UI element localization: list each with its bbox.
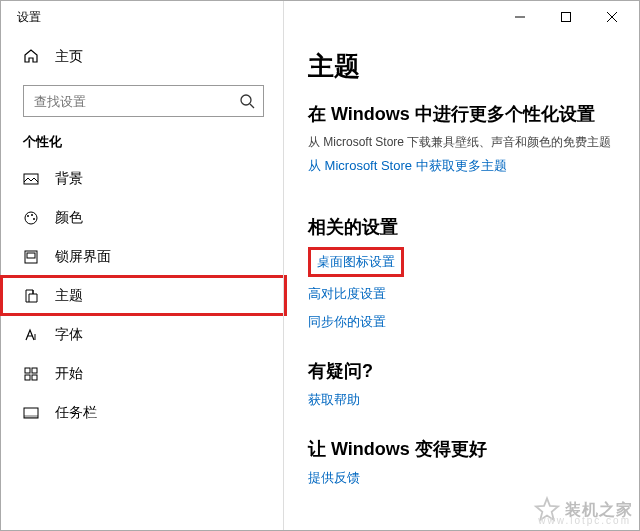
svg-point-4 (27, 215, 29, 217)
svg-rect-2 (24, 174, 38, 184)
page-title: 主题 (308, 49, 619, 84)
home-nav[interactable]: 主页 (1, 39, 286, 75)
maximize-icon (561, 12, 571, 22)
sidebar-item-label: 背景 (55, 170, 83, 188)
sidebar-item-label: 锁屏界面 (55, 248, 111, 266)
sidebar-item-fonts[interactable]: 字体 (1, 315, 286, 354)
sync-settings-link[interactable]: 同步你的设置 (308, 313, 619, 331)
better-heading: 让 Windows 变得更好 (308, 437, 619, 461)
category-header: 个性化 (1, 131, 286, 159)
start-icon (23, 366, 39, 382)
main-content: 主题 在 Windows 中进行更多个性化设置 从 Microsoft Stor… (286, 33, 639, 530)
related-section: 相关的设置 桌面图标设置 高对比度设置 同步你的设置 (308, 215, 619, 331)
desktop-icon-settings-link[interactable]: 桌面图标设置 (308, 247, 404, 277)
search-icon (239, 93, 255, 109)
svg-point-5 (31, 214, 33, 216)
search-box[interactable] (23, 85, 264, 117)
better-section: 让 Windows 变得更好 提供反馈 (308, 437, 619, 487)
svg-rect-0 (562, 13, 571, 22)
title-bar: 设置 (1, 1, 639, 33)
sidebar-item-themes[interactable]: 主题 (1, 276, 286, 315)
personalize-heading: 在 Windows 中进行更多个性化设置 (308, 102, 619, 126)
svg-rect-10 (32, 368, 37, 373)
svg-rect-11 (25, 375, 30, 380)
svg-rect-9 (25, 368, 30, 373)
sidebar-item-label: 开始 (55, 365, 83, 383)
home-icon (23, 48, 39, 67)
lock-screen-icon (23, 249, 39, 265)
personalize-section: 在 Windows 中进行更多个性化设置 从 Microsoft Store 下… (308, 102, 619, 175)
vertical-divider (283, 1, 284, 530)
sidebar-nav: 背景 颜色 锁屏界面 主题 字体 (1, 159, 286, 432)
svg-point-3 (25, 212, 37, 224)
sidebar-item-background[interactable]: 背景 (1, 159, 286, 198)
svg-point-6 (33, 218, 35, 220)
window-body: 主页 个性化 背景 颜色 锁屏 (1, 33, 639, 530)
font-icon (23, 327, 39, 343)
minimize-icon (515, 12, 525, 22)
sidebar-item-start[interactable]: 开始 (1, 354, 286, 393)
home-label: 主页 (55, 48, 83, 66)
high-contrast-link[interactable]: 高对比度设置 (308, 285, 619, 303)
watermark: 装机之家 www.lotpc.com (533, 496, 633, 524)
svg-rect-12 (32, 375, 37, 380)
sidebar-item-label: 字体 (55, 326, 83, 344)
sidebar-item-colors[interactable]: 颜色 (1, 198, 286, 237)
window-control-buttons (497, 1, 635, 33)
search-input[interactable] (34, 94, 239, 109)
give-feedback-link[interactable]: 提供反馈 (308, 469, 619, 487)
feedback-heading: 有疑问? (308, 359, 619, 383)
personalize-sub: 从 Microsoft Store 下载兼具壁纸、声音和颜色的免费主题 (308, 134, 619, 151)
close-icon (607, 12, 617, 22)
palette-icon (23, 210, 39, 226)
sidebar-item-taskbar[interactable]: 任务栏 (1, 393, 286, 432)
svg-point-1 (241, 95, 251, 105)
sidebar-item-label: 任务栏 (55, 404, 97, 422)
get-help-link[interactable]: 获取帮助 (308, 391, 619, 409)
svg-rect-14 (24, 415, 38, 418)
sidebar-item-label: 颜色 (55, 209, 83, 227)
settings-window: 设置 主页 (0, 0, 640, 531)
feedback-section: 有疑问? 获取帮助 (308, 359, 619, 409)
watermark-url: www.lotpc.com (538, 515, 631, 526)
maximize-button[interactable] (543, 1, 589, 33)
picture-icon (23, 171, 39, 187)
sidebar-item-label: 主题 (55, 287, 83, 305)
close-button[interactable] (589, 1, 635, 33)
svg-rect-8 (27, 253, 35, 258)
related-heading: 相关的设置 (308, 215, 619, 239)
search-container (1, 75, 286, 131)
window-title: 设置 (17, 9, 497, 26)
minimize-button[interactable] (497, 1, 543, 33)
theme-icon (23, 288, 39, 304)
sidebar-item-lockscreen[interactable]: 锁屏界面 (1, 237, 286, 276)
sidebar: 主页 个性化 背景 颜色 锁屏 (1, 33, 286, 530)
taskbar-icon (23, 405, 39, 421)
store-themes-link[interactable]: 从 Microsoft Store 中获取更多主题 (308, 157, 619, 175)
